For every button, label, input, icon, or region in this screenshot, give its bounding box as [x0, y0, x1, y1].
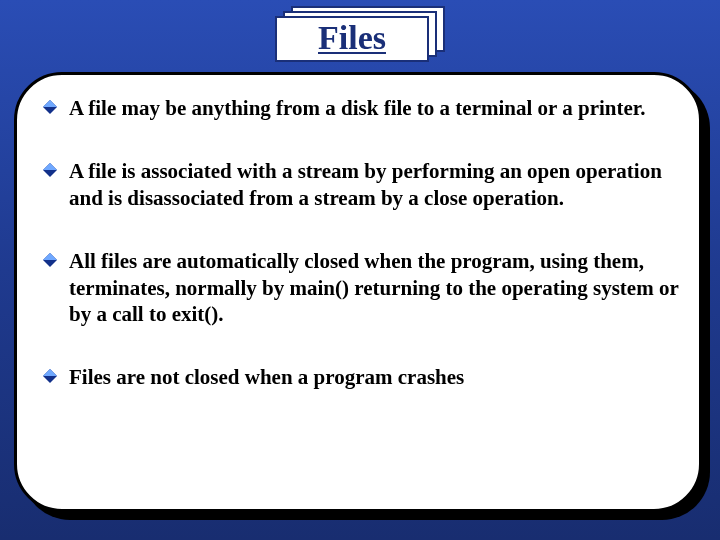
list-item: A file is associated with a stream by pe… — [43, 158, 681, 212]
slide-title: Files — [277, 18, 427, 58]
bullet-text: A file may be anything from a disk file … — [69, 96, 646, 120]
svg-marker-5 — [43, 253, 57, 260]
content-panel: A file may be anything from a disk file … — [14, 72, 702, 512]
svg-marker-3 — [43, 163, 57, 170]
slide-canvas: Files A file may be anything from a disk… — [0, 0, 720, 540]
diamond-bullet-icon — [43, 369, 57, 383]
list-item: A file may be anything from a disk file … — [43, 95, 681, 122]
svg-marker-7 — [43, 369, 57, 376]
diamond-bullet-icon — [43, 163, 57, 177]
svg-marker-1 — [43, 100, 57, 107]
title-stacked-boxes: Files — [275, 6, 445, 62]
list-item: Files are not closed when a program cras… — [43, 364, 681, 391]
bullet-list: A file may be anything from a disk file … — [43, 95, 681, 391]
bullet-text: Files are not closed when a program cras… — [69, 365, 464, 389]
bullet-text: A file is associated with a stream by pe… — [69, 159, 662, 210]
bullet-text: All files are automatically closed when … — [69, 249, 678, 327]
diamond-bullet-icon — [43, 100, 57, 114]
list-item: All files are automatically closed when … — [43, 248, 681, 329]
diamond-bullet-icon — [43, 253, 57, 267]
title-box-front: Files — [275, 16, 429, 62]
